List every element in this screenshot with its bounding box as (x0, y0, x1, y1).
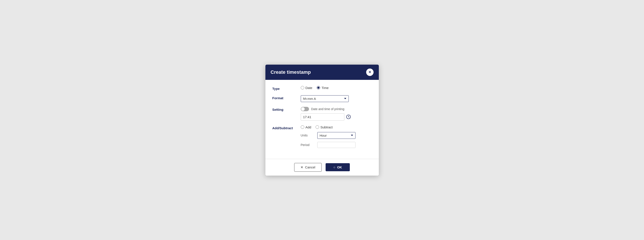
dialog-footer: ✕ Cancel ○ OK (266, 159, 379, 176)
type-time-text: Time (322, 86, 329, 90)
period-row: Period (301, 142, 356, 148)
type-time-radio[interactable] (317, 86, 320, 89)
format-select[interactable]: hh:mm A HH:mm hh:mm:ss A HH:mm:ss (301, 95, 349, 102)
dialog-title: Create timestamp (271, 69, 311, 75)
dialog-body: Type Date Time Format hh:mm A HH:mm hh:m (266, 80, 379, 159)
toggle-label: Date and time of printing (311, 107, 344, 111)
type-date-label[interactable]: Date (301, 86, 312, 90)
add-text: Add (306, 125, 312, 129)
cancel-label: Cancel (305, 165, 315, 169)
subtract-radio-label[interactable]: Subtract (316, 125, 332, 129)
format-label: Format (272, 95, 301, 100)
units-row: Units Hour Minute Second Day Month Year (301, 132, 356, 139)
ok-button[interactable]: ○ OK (326, 163, 350, 171)
type-time-label[interactable]: Time (317, 86, 329, 90)
period-input[interactable] (317, 142, 356, 148)
time-input-row (301, 113, 351, 120)
format-controls: hh:mm A HH:mm hh:mm:ss A HH:mm:ss (301, 95, 349, 102)
add-subtract-label: Add/Subtract (272, 125, 301, 130)
create-timestamp-dialog: Create timestamp ✕ Type Date Time Format (266, 65, 379, 176)
add-radio[interactable] (301, 125, 304, 129)
setting-label: Setting (272, 107, 301, 112)
setting-inner: Date and time of printing (301, 107, 351, 120)
date-time-toggle[interactable] (301, 107, 309, 111)
period-label: Period (301, 143, 314, 147)
add-subtract-radio-group: Add Subtract (301, 125, 356, 129)
add-subtract-inner: Add Subtract Units Hour Minute Second (301, 125, 356, 148)
clock-picker-button[interactable] (346, 115, 351, 119)
format-row: Format hh:mm A HH:mm hh:mm:ss A HH:mm:ss (272, 95, 372, 102)
ok-label: OK (337, 165, 342, 169)
type-row: Type Date Time (272, 86, 372, 91)
type-label: Type (272, 86, 301, 91)
cancel-icon: ✕ (300, 165, 303, 169)
type-date-radio[interactable] (301, 86, 304, 89)
units-label: Units (301, 134, 314, 137)
type-radio-group: Date Time (301, 86, 329, 90)
close-button[interactable]: ✕ (366, 69, 374, 76)
ok-icon: ○ (334, 165, 336, 169)
setting-row: Setting Date and time of printing (272, 107, 372, 120)
subtract-radio[interactable] (316, 125, 319, 129)
add-radio-label[interactable]: Add (301, 125, 312, 129)
clock-icon (346, 115, 351, 119)
type-date-text: Date (306, 86, 312, 90)
toggle-row: Date and time of printing (301, 107, 351, 111)
dialog-header: Create timestamp ✕ (266, 65, 379, 80)
units-select[interactable]: Hour Minute Second Day Month Year (317, 132, 356, 139)
add-subtract-row: Add/Subtract Add Subtract Units (272, 125, 372, 148)
cancel-button[interactable]: ✕ Cancel (294, 163, 322, 172)
time-input[interactable] (301, 113, 344, 120)
subtract-text: Subtract (320, 125, 332, 129)
